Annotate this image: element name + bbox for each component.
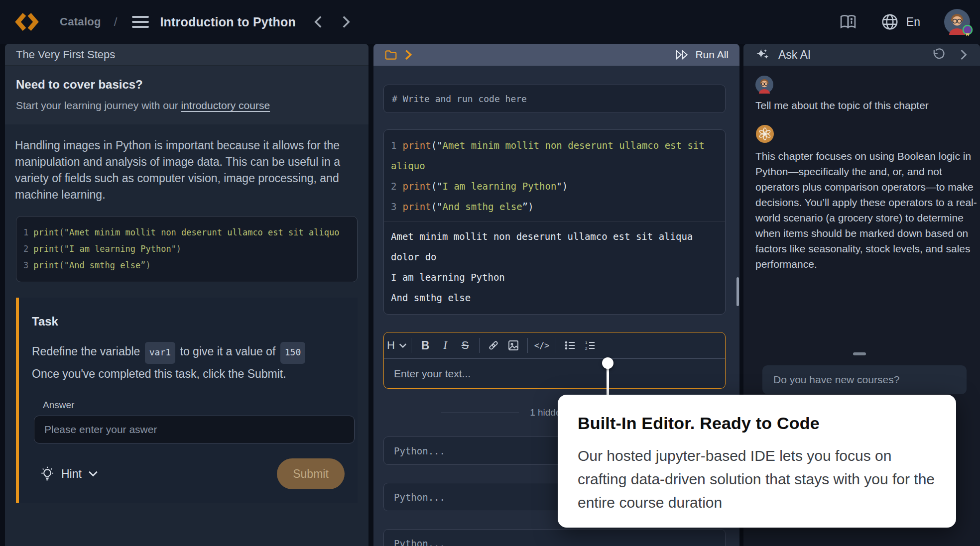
output-line: And smthg else: [391, 288, 718, 308]
link-icon: [488, 339, 499, 351]
submit-button[interactable]: Submit: [277, 458, 345, 489]
chat-thread: Tell me about the topic of this chapter …: [743, 66, 980, 272]
top-bar: Catalog / Introduction to Python En: [0, 0, 980, 44]
toolbar-separator: [556, 338, 556, 353]
code-line: 2print("I am learning Python"): [23, 241, 350, 257]
ai-message-avatar: [755, 124, 773, 142]
output-line: I am learning Python: [391, 267, 718, 288]
svg-text:2: 2: [585, 346, 588, 351]
breadcrumb-separator: /: [114, 15, 118, 29]
answer-label: Answer: [43, 400, 345, 411]
bullet-list-icon: [564, 339, 576, 351]
editor-toolbar: Run All: [373, 44, 739, 66]
task-card: Task Redefine the variable var1 to give …: [16, 298, 358, 503]
task-instruction: Redefine the variable var1 to give it a …: [32, 341, 345, 384]
value-chip: 150: [280, 342, 306, 364]
code-line: 1print("Amet minim mollit non deserunt u…: [23, 224, 350, 241]
rich-text-cell[interactable]: H B I S </>: [383, 332, 726, 389]
lesson-paragraph: Handling images in Python is important b…: [5, 124, 368, 203]
chevron-down-icon: [88, 470, 98, 477]
link-button[interactable]: [484, 335, 503, 355]
glossary-book-icon[interactable]: [839, 13, 858, 30]
refresh-icon[interactable]: [931, 48, 945, 62]
expand-files-chevron-icon[interactable]: [404, 49, 412, 60]
language-label[interactable]: En: [906, 15, 920, 29]
folder-icon[interactable]: [384, 49, 397, 61]
scratch-code-cell[interactable]: # Write and run code here: [383, 85, 726, 113]
tour-pin-dot[interactable]: [602, 357, 613, 369]
collapsed-python-cell[interactable]: Python...: [383, 529, 726, 546]
user-avatar[interactable]: [944, 9, 970, 35]
toolbar-separator: [411, 338, 411, 353]
image-icon: [507, 339, 519, 351]
svg-text:1: 1: [585, 340, 588, 345]
lesson-header: The Very First Steps: [5, 44, 368, 66]
answer-input[interactable]: [34, 416, 355, 443]
app-logo-icon[interactable]: [15, 11, 39, 33]
text-format-toolbar: H B I S </>: [384, 332, 725, 358]
bullet-list-button[interactable]: [560, 335, 580, 355]
task-actions: Hint Submit: [32, 458, 345, 489]
code-editor-area[interactable]: 1print("Amet minim mollit non deserunt u…: [384, 130, 725, 221]
hint-button[interactable]: Hint: [40, 466, 98, 482]
cell-output: Amet minim mollit non deserunt ullamco e…: [384, 221, 725, 314]
tour-tooltip[interactable]: Built-In Editor. Ready to Code Our hoste…: [558, 395, 956, 528]
tour-pin-stem: [607, 366, 609, 396]
code-cell[interactable]: 1print("Amet minim mollit non deserunt u…: [383, 129, 726, 315]
ask-ai-header: Ask AI: [743, 44, 980, 66]
chapters-menu-icon[interactable]: [132, 16, 149, 28]
insert-image-button[interactable]: [503, 335, 523, 355]
language-globe-icon[interactable]: [880, 12, 899, 31]
toolbar-separator: [527, 338, 528, 353]
chat-resize-handle[interactable]: [853, 352, 866, 355]
topbar-right: En: [816, 9, 970, 35]
numbered-list-icon: 1 2: [584, 339, 596, 351]
bold-button[interactable]: B: [415, 335, 435, 355]
code-line: 1print("Amet minim mollit non deserunt u…: [391, 135, 718, 176]
breadcrumb-catalog[interactable]: Catalog: [60, 15, 101, 28]
callout-text: Start your learning journey with our int…: [16, 100, 358, 111]
code-format-button[interactable]: </>: [532, 335, 552, 355]
run-all-button[interactable]: Run All: [675, 49, 729, 61]
tour-tooltip-body: Our hosted jupyter-based IDE lets you fo…: [578, 444, 936, 514]
basics-callout: Need to cover basics? Start your learnin…: [5, 66, 368, 124]
toolbar-separator: [479, 338, 480, 353]
next-chapter-icon[interactable]: [341, 15, 352, 29]
run-all-icon: [675, 49, 689, 61]
heading-button[interactable]: H: [387, 335, 407, 355]
user-message-avatar: [755, 76, 773, 94]
page-title: Introduction to Python: [160, 15, 295, 29]
sparkles-icon: [755, 47, 770, 62]
ask-ai-input[interactable]: [762, 365, 967, 394]
strikethrough-button[interactable]: S: [455, 335, 475, 355]
output-line: Amet minim mollit non deserunt ullamco e…: [391, 226, 718, 267]
introductory-course-link[interactable]: introductory course: [181, 100, 270, 111]
numbered-list-button[interactable]: 1 2: [580, 335, 600, 355]
code-line: 2print("I am learning Python"): [391, 176, 718, 197]
rich-text-input[interactable]: Enter your text...: [384, 358, 725, 388]
achievement-badge-icon: [962, 25, 973, 37]
lesson-panel: The Very First Steps Need to cover basic…: [5, 44, 368, 546]
ask-ai-title: Ask AI: [778, 48, 811, 62]
editor-scrollbar-thumb[interactable]: [736, 277, 739, 306]
lesson-code-block: 1print("Amet minim mollit non deserunt u…: [16, 216, 358, 282]
tour-tooltip-heading: Built-In Editor. Ready to Code: [578, 414, 936, 433]
prev-chapter-icon[interactable]: [313, 15, 324, 29]
user-message: Tell me about the topic of this chapter: [755, 100, 968, 111]
task-heading: Task: [32, 315, 345, 328]
collapse-panel-chevron-icon[interactable]: [959, 48, 968, 61]
chevron-down-icon: [399, 343, 407, 348]
code-line: 3print("And smthg else”): [391, 197, 718, 217]
ai-message: This chapter focuses on using Boolean lo…: [755, 148, 980, 272]
code-line: 3print("And smthg else”): [23, 257, 350, 274]
task-instruction-line2: Once you've completed this task, click t…: [32, 367, 286, 380]
var-chip: var1: [145, 342, 175, 364]
italic-button[interactable]: I: [435, 335, 455, 355]
lightbulb-icon: [40, 466, 55, 482]
callout-heading: Need to cover basics?: [16, 78, 358, 92]
